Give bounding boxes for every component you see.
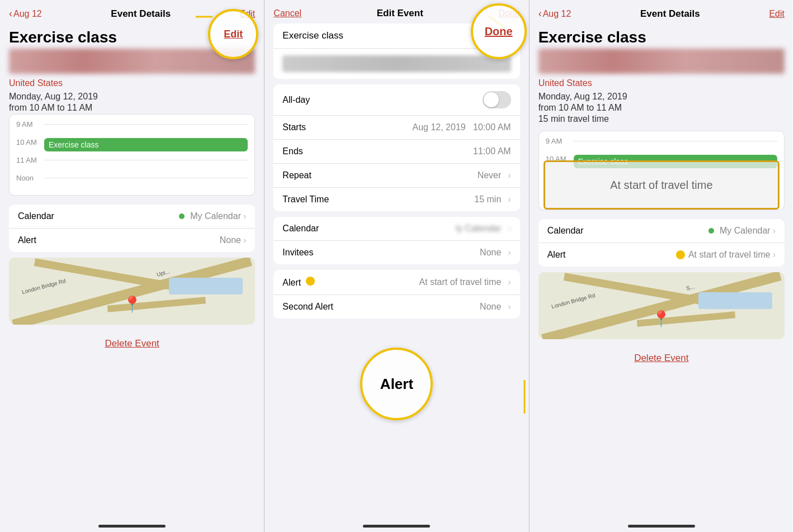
map-label-upt-1: Upt... [156,268,171,278]
all-day-value [349,91,511,108]
home-indicator-1 [98,525,166,528]
detail-alert-3[interactable]: Alert At start of travel time › [538,243,784,267]
home-indicator-3 [628,525,695,528]
alert-row-2[interactable]: Alert At start of travel time › [273,270,519,295]
detail-calendar-1[interactable]: Calendar My Calendar › [9,205,255,229]
content-3: Exercise class United States Monday, Aug… [530,24,793,520]
cancel-button[interactable]: Cancel [273,8,301,18]
travel-time-value: 15 min › [349,194,511,205]
chevron-calendar-1: › [243,211,246,221]
delete-button-1[interactable]: Delete Event [9,331,255,356]
map-label-s-3: S... [686,283,695,292]
detail-label-calendar-1: Calendar [18,211,79,221]
map-water-1 [169,278,243,294]
event-image-3 [538,49,784,74]
second-alert-label: Second Alert [282,302,349,312]
event-travel-3: 15 min travel time [538,114,784,124]
toggle-knob [484,92,499,107]
map-label-bridge-3: London Bridge Rd [551,292,596,309]
dot-green-1 [179,213,185,219]
alert-label-2: Alert [282,277,349,288]
detail-section-3: Calendar My Calendar › Alert At start of… [538,219,784,267]
chevron-second-alert: › [508,302,511,312]
back-icon-3: ‹ [538,8,542,20]
map-1: London Bridge Rd Upt... 📍 [9,258,255,325]
all-day-row: All-day [273,84,519,116]
back-button-3[interactable]: ‹ Aug 12 [538,8,571,20]
event-date-1: Monday, Aug 12, 2019 [9,92,255,102]
chevron-repeat: › [508,170,511,180]
detail-alert-1[interactable]: Alert None › [9,229,255,252]
back-icon-1: ‹ [9,8,12,20]
panel-3: ‹ Aug 12 Event Details Edit Exercise cla… [530,0,794,532]
cal-line-9am-3 [574,141,777,141]
delete-button-3[interactable]: Delete Event [538,346,784,370]
detail-value-alert-1: None [79,235,241,245]
detail-label-alert-1: Alert [18,235,79,245]
map-pin-3: 📍 [651,310,671,328]
chevron-alert-2: › [508,277,511,287]
annotation-alert-circle: Alert [360,348,433,420]
location-3[interactable]: United States [538,78,784,88]
cal-time-11am: 11 AM [16,156,44,164]
invitees-label: Invitees [282,248,349,258]
ends-label: Ends [282,146,349,156]
edit-button-3[interactable]: Edit [769,9,784,19]
starts-label: Starts [282,122,349,132]
chevron-calendar-3: › [773,226,776,236]
dot-green-3 [708,228,714,234]
chevron-travel: › [508,194,511,205]
second-alert-value: None › [349,302,511,312]
cal-row-11am: 11 AM [10,155,254,173]
travel-time-label: Travel Time [282,194,349,205]
starts-row[interactable]: Starts Aug 12, 2019 10:00 AM [273,116,519,140]
invitees-value: None › [349,248,511,258]
detail-label-alert-3: Alert [547,250,609,260]
repeat-label: Repeat [282,170,349,180]
cal-line-9am [44,124,248,125]
map-pin-1: 📍 [122,295,142,314]
mini-calendar-3: 9 AM 10 AM Exercise class At start of tr… [538,131,784,210]
cal-row-9am: 9 AM [10,119,254,137]
panel-1: ‹ Aug 12 Event Details Edit Exercise cla… [0,0,264,532]
second-alert-row[interactable]: Second Alert None › [273,295,519,319]
event-title-3: Exercise class [538,28,784,46]
detail-label-calendar-3: Calendar [547,226,609,236]
location-1[interactable]: United States [9,78,255,88]
all-day-toggle[interactable] [483,91,511,108]
event-name-value: Exercise class [282,30,343,41]
detail-value-alert-3: At start of travel time [609,250,771,260]
mini-calendar-1: 9 AM 10 AM Exercise class 11 AM Noon [9,114,255,196]
name-blurred [282,55,511,72]
repeat-row[interactable]: Repeat Never › [273,164,519,188]
nav-bar-3: ‹ Aug 12 Event Details Edit [530,0,793,24]
detail-value-calendar-1: My Calendar [79,211,241,221]
alert-value-2: At start of travel time › [349,277,511,287]
chevron-calendar-2: › [508,224,511,234]
event-time-1: from 10 AM to 11 AM [9,103,255,113]
chevron-alert-3: › [773,250,776,260]
repeat-value: Never › [349,170,511,180]
detail-value-calendar-3: My Calendar [609,226,771,236]
panel-2: Cancel Edit Event Done Exercise class Al… [264,0,529,532]
event-time-3: from 10 AM to 11 AM [538,103,784,113]
ends-value: 11:00 AM [349,146,511,156]
highlight-box-3: At start of travel time [543,160,779,210]
cal-time-noon: Noon [16,174,44,182]
cal-row-9am-3: 9 AM [539,136,784,154]
all-day-label: All-day [282,95,349,105]
back-button-1[interactable]: ‹ Aug 12 [9,8,42,20]
calendar-row-2[interactable]: Calendar ly Calendar › [273,217,519,241]
annotation-done-label: Done [485,25,513,38]
form-section-cal: Calendar ly Calendar › Invitees None › [273,217,519,264]
travel-time-row[interactable]: Travel Time 15 min › [273,188,519,211]
chevron-invitees: › [508,248,511,258]
detail-section-1: Calendar My Calendar › Alert None › [9,205,255,252]
cal-event-1: Exercise class [44,138,248,151]
detail-calendar-3[interactable]: Calendar My Calendar › [538,219,784,243]
invitees-row[interactable]: Invitees None › [273,241,519,264]
cal-line-noon [44,178,248,178]
ends-row[interactable]: Ends 11:00 AM [273,140,519,164]
content-2: Exercise class All-day Starts [264,23,528,520]
cal-row-noon: Noon [10,173,254,191]
